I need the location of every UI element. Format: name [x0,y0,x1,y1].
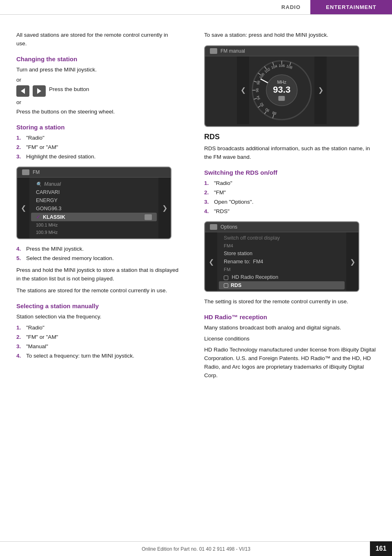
entertainment-text: ENTERTAINMENT [326,4,376,10]
dial-circle: 88 90 92 94 96 [249,58,314,123]
dial-screen-label: FM manual [220,48,245,54]
options-right-btn[interactable]: ❯ [346,232,359,291]
footer-text: Online Edition for Part no. 01 40 2 911 … [142,546,250,552]
page-content: All saved stations are stored for the re… [0,15,392,399]
list-item: Switch off control display [217,234,346,242]
options-right-icon: ❯ [350,258,355,266]
storing-note-1: Press and hold the MINI joystick to stor… [16,266,180,283]
list-item: GONG96.3 [29,205,158,213]
screen-left-btn[interactable]: ❮ [17,178,29,238]
chevron-left-icon: ❮ [21,204,26,212]
storing-note-2: The stations are stored for the remote c… [16,287,180,295]
selecting-intro: Station selection via the frequency. [16,313,180,321]
svg-text:96: 96 [255,88,259,92]
storing-station-heading: Storing a station [16,124,180,131]
right-arrow-icon [37,88,41,94]
svg-text:90: 90 [265,107,270,113]
dial-right-icon: ❯ [318,86,323,94]
list-item: 100.9 MHz [29,229,158,236]
prev-button[interactable] [16,85,29,97]
freq-mhz-label: MHz [273,80,291,85]
selecting-steps: 1."Radio" 2."FM" or "AM" 3."Manual" 4.To… [16,324,180,360]
options-list: Switch off control display FM4 Store sta… [217,232,346,291]
page-number: 161 [370,541,392,556]
options-screen-header: Options [205,222,359,232]
storing-steps-2: 4.Press the MINI joystick. 5.Select the … [16,245,180,263]
press-steering-text: Press the buttons on the steering wheel. [16,108,180,116]
press-button-label: Press the button [49,85,89,94]
chevron-right-icon: ❯ [162,204,167,212]
screen-list: 🔍 Manual CARIVARI ENERGY GONG96.3 ✓ KLAS… [29,178,158,238]
options-screen-label: Options [220,224,237,230]
fm-dial-screen: FM manual ❮ 88 90 [204,45,359,127]
list-item: 2."FM" or "AM" [16,143,180,152]
svg-text:104: 104 [271,64,278,70]
list-item: 3.Open "Options". [204,198,376,207]
dial-left-icon: ❮ [241,86,246,94]
left-column: All saved stations are stored for the re… [0,31,196,399]
list-item: 2."FM" [204,189,376,197]
list-item: 3.Highlight the desired station. [16,153,180,161]
list-item: CARIVARI [29,188,158,196]
rds-checkbox[interactable] [224,283,228,288]
freq-value: 93.3 [273,85,291,95]
options-left-icon: ❮ [209,258,214,266]
selecting-station-heading: Selecting a station manually [16,302,180,309]
intro-text: All saved stations are stored for the re… [16,31,180,48]
header-radio-label: RADIO [272,0,310,14]
hd-radio-heading: HD Radio™ reception [204,314,376,320]
search-icon: 🔍 [36,182,42,187]
list-item: 1."Radio" [16,134,180,142]
options-screen: Options ❮ Switch off control display FM4… [204,221,359,292]
list-item: 4."RDS" [204,207,376,216]
hd-p3: HD Radio Technology manufactured under l… [204,346,376,380]
left-arrow-icon [21,88,25,94]
list-item: ENERGY [29,196,158,205]
storing-steps-1: 1."Radio" 2."FM" or "AM" 3.Highlight the… [16,134,180,161]
dial-area: ❮ 88 90 92 [205,56,359,124]
list-item: 4.Press the MINI joystick. [16,245,180,254]
or-text-1: or [16,77,180,83]
or-text-2: or [16,99,180,105]
dial-screen-icon [210,48,217,54]
svg-text:98: 98 [256,80,261,85]
list-item: 1."Radio" [204,179,376,188]
list-item: 🔍 Manual [29,180,158,188]
list-item-highlighted: ✓ KLASSIK [31,213,157,221]
screen-header-icon [22,169,29,175]
svg-text:106: 106 [278,64,285,68]
page-header: RADIO ENTERTAINMENT [0,0,392,15]
svg-text:102: 102 [264,67,271,74]
freq-display: MHz 93.3 [273,80,291,101]
next-button[interactable] [33,85,46,97]
rds-setting-note: The setting is stored for the remote con… [204,298,376,306]
options-left-btn[interactable]: ❮ [205,232,217,291]
check-icon: ✓ [36,214,40,220]
dial-left-btn[interactable]: ❮ [237,56,249,124]
right-column: To save a station: press and hold the MI… [196,31,392,399]
options-screen-icon [210,224,217,230]
button-row: Press the button [16,85,180,97]
dial-right-btn[interactable]: ❯ [314,56,327,124]
dial-screen-header: FM manual [205,46,359,56]
list-item: Rename to: FM4 [217,258,346,266]
rds-heading: RDS [204,133,376,141]
screen-header: FM [17,167,171,178]
list-item: FM4 [217,242,346,249]
save-station-text: To save a station: press and hold the MI… [204,31,376,40]
freq-store-icon [278,96,285,101]
list-item: FM [217,266,346,273]
header-entertainment-label: ENTERTAINMENT [310,0,392,14]
svg-text:88: 88 [272,111,277,116]
store-icon [145,214,152,220]
screen-header-label: FM [33,169,40,175]
svg-text:94: 94 [256,95,261,100]
list-item: 2."FM" or "AM" [16,333,180,342]
switching-steps: 1."Radio" 2."FM" 3.Open "Options". 4."RD… [204,179,376,216]
changing-station-heading: Changing the station [16,56,180,62]
screen-body: ❮ 🔍 Manual CARIVARI ENERGY GONG96.3 ✓ KL… [17,178,171,238]
screen-right-btn[interactable]: ❯ [158,178,171,238]
list-item-rds: RDS [219,281,345,289]
list-item: 3."Manual" [16,342,180,351]
checkbox-hd-radio[interactable] [224,276,228,280]
